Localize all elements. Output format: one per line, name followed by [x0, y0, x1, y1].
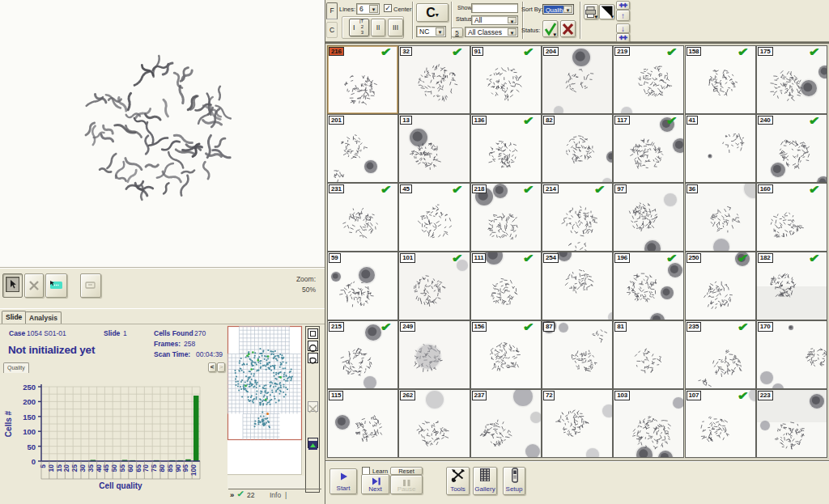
- svg-text:15: 15: [55, 464, 63, 472]
- svg-text:30: 30: [79, 464, 87, 472]
- svg-text:0: 0: [32, 457, 36, 466]
- svg-text:150: 150: [23, 413, 36, 421]
- svg-text:40: 40: [95, 464, 103, 472]
- svg-text:90: 90: [174, 464, 182, 472]
- svg-text:85: 85: [166, 464, 174, 472]
- svg-text:100: 100: [23, 427, 36, 436]
- svg-text:55: 55: [118, 464, 126, 472]
- svg-text:45: 45: [102, 464, 110, 472]
- svg-text:250: 250: [23, 383, 36, 392]
- svg-text:Cells #: Cells #: [4, 410, 13, 437]
- svg-text:75: 75: [150, 464, 158, 472]
- svg-text:25: 25: [70, 464, 79, 472]
- svg-text:10: 10: [47, 464, 55, 472]
- svg-text:65: 65: [134, 464, 142, 472]
- svg-text:35: 35: [87, 464, 95, 472]
- svg-text:70: 70: [142, 464, 150, 472]
- svg-text:5: 5: [39, 464, 47, 468]
- svg-text:60: 60: [126, 464, 134, 472]
- svg-text:20: 20: [62, 464, 70, 472]
- svg-text:200: 200: [23, 397, 36, 406]
- svg-text:100: 100: [189, 464, 198, 476]
- svg-text:50: 50: [27, 443, 36, 451]
- svg-text:80: 80: [158, 464, 166, 472]
- svg-text:Cell quality: Cell quality: [99, 481, 142, 490]
- svg-text:95: 95: [181, 464, 189, 472]
- svg-text:50: 50: [110, 464, 118, 472]
